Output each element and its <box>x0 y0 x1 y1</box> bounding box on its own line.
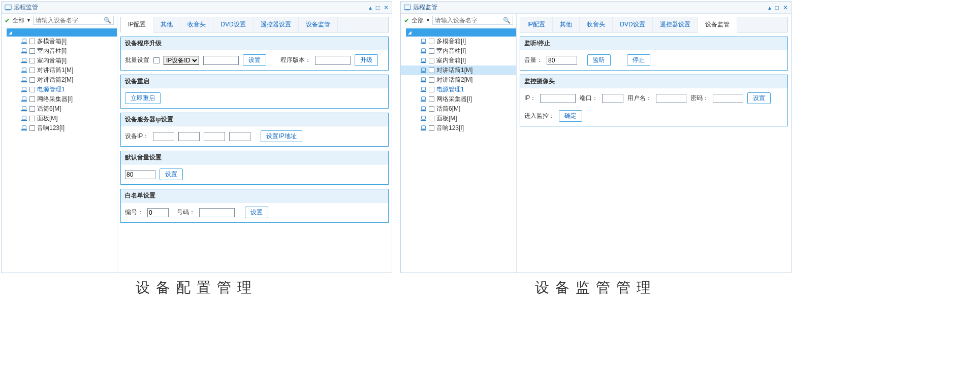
device-id-select[interactable]: IP设备ID <box>164 56 199 65</box>
tree-item[interactable]: 室内音箱[I] <box>2 56 117 65</box>
restart-button[interactable]: 立即重启 <box>125 92 161 104</box>
tree-item[interactable]: 话筒6[M] <box>401 104 516 114</box>
tree-item[interactable]: 室内音柱[I] <box>2 46 117 56</box>
tree-item-label: 室内音柱[I] <box>37 47 67 55</box>
device-checkbox[interactable] <box>429 48 434 54</box>
tree-item[interactable]: 多模音箱[I] <box>401 37 516 46</box>
device-checkbox[interactable] <box>429 116 434 121</box>
tree-item[interactable]: 网络采集器[I] <box>2 94 117 104</box>
filter-all-label[interactable]: 全部 <box>412 16 424 25</box>
number-input[interactable] <box>199 208 235 217</box>
collapse-icon[interactable]: ▴ <box>768 4 771 11</box>
device-checkbox[interactable] <box>29 125 35 131</box>
batch-checkbox[interactable] <box>153 57 160 63</box>
camera-port-input[interactable] <box>602 94 623 103</box>
maximize-icon[interactable]: □ <box>775 4 779 11</box>
tree-item[interactable]: 电源管理1 <box>401 85 516 94</box>
version-input[interactable] <box>315 56 351 65</box>
tree-root[interactable]: ◢ <box>406 28 516 37</box>
set-whitelist-button[interactable]: 设置 <box>245 207 268 218</box>
tab[interactable]: 收音头 <box>580 17 613 32</box>
search-icon[interactable]: 🔍 <box>503 17 511 24</box>
set-ip-button[interactable]: 设置IP地址 <box>261 130 302 142</box>
tree-item[interactable]: 多模音箱[I] <box>2 37 117 46</box>
tab[interactable]: 其他 <box>153 17 180 32</box>
titlebar: 远程监管 ▴ □ ✕ <box>2 2 392 14</box>
tree-item[interactable]: 音响123[I] <box>401 123 516 133</box>
close-icon[interactable]: ✕ <box>783 4 788 11</box>
tree-item[interactable]: 面板[M] <box>2 114 117 123</box>
enter-monitor-label: 进入监控： <box>524 112 555 120</box>
svg-rect-20 <box>22 126 26 129</box>
dropdown-caret-icon[interactable]: ▼ <box>26 18 31 23</box>
batch-label: 批量设置 <box>125 56 149 64</box>
close-icon[interactable]: ✕ <box>384 4 389 11</box>
tab[interactable]: 遥控器设置 <box>653 17 698 32</box>
volume-input[interactable] <box>125 170 155 179</box>
tab[interactable]: 收音头 <box>180 17 213 32</box>
enter-monitor-button[interactable]: 确定 <box>559 110 582 122</box>
tab[interactable]: 其他 <box>553 17 580 32</box>
device-checkbox[interactable] <box>429 68 434 73</box>
tab[interactable]: 设备监管 <box>299 17 338 32</box>
tree-item[interactable]: 对讲话筒2[M] <box>401 75 516 85</box>
ip-octet-1[interactable] <box>153 132 174 141</box>
listen-button[interactable]: 监听 <box>587 54 611 66</box>
tab[interactable]: IP配置 <box>520 17 553 32</box>
camera-pwd-input[interactable] <box>713 94 743 103</box>
tab[interactable]: 设备监管 <box>698 17 737 32</box>
tree-item[interactable]: 室内音箱[I] <box>401 56 516 65</box>
tree-item[interactable]: 室内音柱[I] <box>401 46 516 56</box>
tree-item[interactable]: 面板[M] <box>401 114 516 123</box>
device-checkbox[interactable] <box>29 116 35 121</box>
set-volume-button[interactable]: 设置 <box>160 168 183 180</box>
ip-octet-4[interactable] <box>229 132 250 141</box>
device-checkbox[interactable] <box>429 96 434 102</box>
collapse-icon[interactable]: ▴ <box>369 4 372 11</box>
device-checkbox[interactable] <box>29 58 35 63</box>
tree-item[interactable]: 话筒6[M] <box>2 104 117 114</box>
device-checkbox[interactable] <box>429 87 434 92</box>
svg-rect-26 <box>422 49 426 52</box>
ip-octet-2[interactable] <box>178 132 200 141</box>
search-input[interactable] <box>435 17 503 24</box>
device-checkbox[interactable] <box>29 106 35 112</box>
dropdown-caret-icon[interactable]: ▼ <box>426 18 430 23</box>
device-checkbox[interactable] <box>429 106 434 112</box>
upgrade-button[interactable]: 升级 <box>355 54 378 66</box>
set-button[interactable]: 设置 <box>243 54 266 66</box>
device-checkbox[interactable] <box>29 96 35 102</box>
camera-set-button[interactable]: 设置 <box>747 92 771 104</box>
device-checkbox[interactable] <box>429 39 434 44</box>
volume-input[interactable] <box>547 56 577 65</box>
device-id-input[interactable] <box>203 56 239 65</box>
tree-item[interactable]: 电源管理1 <box>2 85 117 94</box>
tree-item[interactable]: 对讲话筒1[M] <box>401 65 516 75</box>
tab[interactable]: DVD设置 <box>613 17 652 32</box>
device-checkbox[interactable] <box>29 68 35 73</box>
search-icon[interactable]: 🔍 <box>104 17 111 24</box>
device-checkbox[interactable] <box>29 48 35 54</box>
tree-item[interactable]: 对讲话筒1[M] <box>2 65 117 75</box>
id-input[interactable] <box>147 208 169 217</box>
device-checkbox[interactable] <box>429 58 434 63</box>
tree-item[interactable]: 对讲话筒2[M] <box>2 75 117 85</box>
tree-item[interactable]: 网络采集器[I] <box>401 94 516 104</box>
ip-octet-3[interactable] <box>204 132 225 141</box>
device-checkbox[interactable] <box>429 125 434 131</box>
tree-root[interactable]: ◢ <box>7 28 117 37</box>
stop-button[interactable]: 停止 <box>627 54 650 66</box>
maximize-icon[interactable]: □ <box>376 4 380 11</box>
device-checkbox[interactable] <box>29 87 35 92</box>
device-checkbox[interactable] <box>429 77 434 83</box>
tree-item[interactable]: 音响123[I] <box>2 123 117 133</box>
device-checkbox[interactable] <box>29 77 35 83</box>
tab[interactable]: DVD设置 <box>213 17 253 32</box>
search-input[interactable] <box>36 17 104 24</box>
tab[interactable]: IP配置 <box>121 17 153 32</box>
camera-user-input[interactable] <box>656 94 686 103</box>
tab[interactable]: 遥控器设置 <box>254 17 299 32</box>
camera-ip-input[interactable] <box>540 94 576 103</box>
device-checkbox[interactable] <box>29 39 35 44</box>
filter-all-label[interactable]: 全部 <box>12 16 24 25</box>
